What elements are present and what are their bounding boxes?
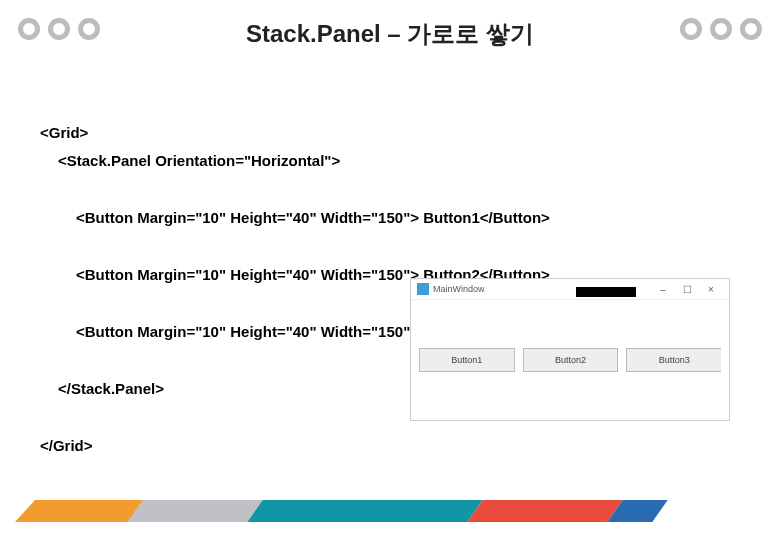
footer-seg xyxy=(467,500,622,522)
window-body: Button1 Button2 Button3 xyxy=(411,300,729,420)
footer-seg xyxy=(127,500,262,522)
dot-icon xyxy=(48,18,70,40)
preview-button-3[interactable]: Button3 xyxy=(626,348,721,372)
dot-icon xyxy=(18,18,40,40)
dot-icon xyxy=(680,18,702,40)
code-line: </Grid> xyxy=(40,437,93,454)
decorative-dots-left xyxy=(18,18,100,40)
maximize-button[interactable]: ☐ xyxy=(675,284,699,295)
footer-seg xyxy=(247,500,482,522)
app-icon xyxy=(417,283,429,295)
code-line: <Button Margin="10" Height="40" Width="1… xyxy=(40,204,740,233)
close-button[interactable]: × xyxy=(699,284,723,295)
footer-shape xyxy=(15,500,35,522)
code-line: <Stack.Panel Orientation="Horizontal"> xyxy=(40,147,740,176)
window-titlebar: MainWindow – ☐ × xyxy=(411,279,729,300)
dot-icon xyxy=(78,18,100,40)
decorative-dots-right xyxy=(680,18,762,40)
window-preview: MainWindow – ☐ × Button1 Button2 Button3 xyxy=(410,278,730,421)
dot-icon xyxy=(740,18,762,40)
dot-icon xyxy=(710,18,732,40)
code-line: <Grid> xyxy=(40,124,88,141)
preview-button-1[interactable]: Button1 xyxy=(419,348,515,372)
footer-decoration xyxy=(0,494,780,522)
preview-button-2[interactable]: Button2 xyxy=(523,348,619,372)
footer-bar xyxy=(125,500,660,522)
redaction-bar xyxy=(576,287,636,297)
minimize-button[interactable]: – xyxy=(651,284,675,295)
slide-title: Stack.Panel – 가로로 쌓기 xyxy=(246,18,534,50)
